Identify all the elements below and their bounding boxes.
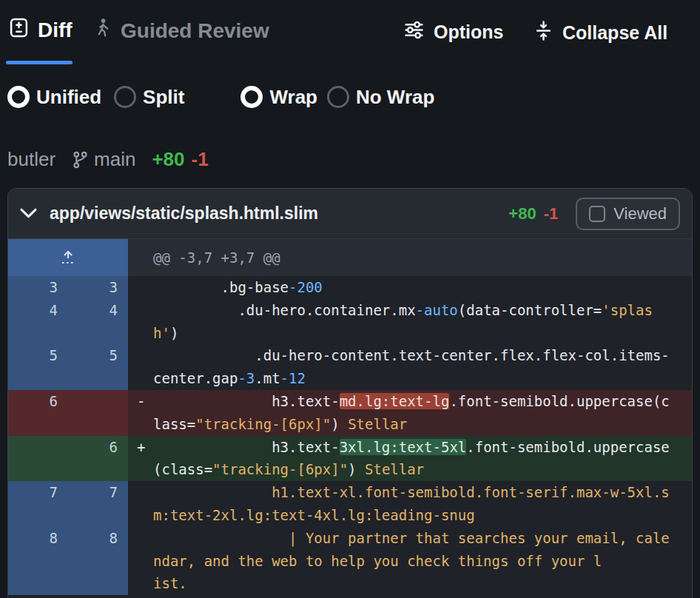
hunk-row: @@ -3,7 +3,7 @@ — [8, 239, 692, 276]
diff-row: 6- h3.text-md.lg:text-lg.font-semibold.u… — [8, 390, 692, 436]
old-line-number[interactable]: 3 — [8, 276, 68, 299]
chevron-down-icon[interactable] — [20, 208, 37, 219]
diff-line-content: .du-hero.container.mx-auto(data-controll… — [128, 299, 692, 345]
old-line-number[interactable]: 5 — [8, 344, 68, 390]
code-token: -200 — [289, 279, 323, 295]
repo-name: butler — [7, 148, 55, 171]
code-token: h' — [153, 325, 170, 341]
active-tab-indicator — [6, 61, 73, 64]
code-token: 3xl.lg:text-5xl — [340, 439, 467, 455]
diff-line-content: .bg-base-200 — [128, 276, 692, 299]
radio-group-no-wrap[interactable]: No Wrap — [327, 86, 434, 109]
code-token: lass= — [153, 416, 195, 432]
branch-bar: butler main +80 -1 — [7, 148, 209, 171]
old-line-number[interactable] — [8, 436, 68, 482]
branch-deletions: -1 — [192, 148, 209, 171]
code-cell: h1.text-xl.font-semibold.font-serif.max-… — [153, 481, 692, 527]
diff-row: 88 | Your partner that searches your ema… — [8, 527, 692, 595]
code-visual-line: (class="tracking-[6px]") Stellar — [153, 458, 692, 481]
diff-line-content: .du-hero-content.text-center.flex.flex-c… — [128, 344, 692, 390]
sliders-icon — [404, 21, 424, 44]
code-token: ist. — [153, 575, 187, 591]
code-token: "tracking-[6px]" — [195, 416, 331, 432]
diff-line-content: | Your partner that searches your email,… — [128, 527, 692, 595]
code-visual-line: @@ -3,7 +3,7 @@ — [153, 239, 692, 276]
unified-label: Unified — [36, 86, 101, 109]
old-line-number[interactable]: 4 — [8, 299, 68, 345]
diff-marker — [128, 481, 153, 527]
code-visual-line: h1.text-xl.font-semibold.font-serif.max-… — [153, 481, 692, 504]
options-label: Options — [434, 21, 503, 43]
code-cell: @@ -3,7 +3,7 @@ — [153, 239, 692, 276]
radio-group-split[interactable]: Split — [114, 86, 184, 109]
code-token: center.gap — [153, 370, 238, 386]
code-token: h3.text- — [153, 393, 340, 409]
new-line-number[interactable] — [68, 390, 128, 436]
diff-table: @@ -3,7 +3,7 @@33 .bg-base-20044 .du-her… — [8, 239, 692, 595]
new-line-number[interactable]: 6 — [68, 436, 128, 482]
new-line-number[interactable]: 8 — [68, 527, 128, 595]
options-button[interactable]: Options — [404, 21, 503, 44]
line-number-gutter: 77 — [8, 481, 128, 527]
no-wrap-label: No Wrap — [356, 86, 434, 109]
no-wrap-radio[interactable] — [327, 86, 349, 108]
collapse-all-label: Collapse All — [562, 22, 667, 44]
code-cell: .du-hero-content.text-center.flex.flex-c… — [153, 344, 692, 390]
radio-group-wrap[interactable]: Wrap — [240, 86, 317, 109]
old-line-number[interactable]: 7 — [8, 481, 68, 527]
code-visual-line: .du-hero.container.mx-auto(data-controll… — [153, 299, 692, 322]
collapse-vertical-icon — [534, 21, 553, 45]
git-branch-icon — [72, 150, 89, 169]
line-number-gutter: 33 — [8, 276, 128, 299]
tab-diff[interactable]: Diff — [9, 18, 73, 43]
branch-additions: +80 — [152, 148, 184, 171]
code-token: h3.text- — [153, 439, 340, 455]
line-number-gutter: 6 — [8, 436, 128, 482]
file-diff-card: app/views/static/splash.html.slim +80 -1… — [7, 188, 693, 598]
code-token: ) — [170, 325, 178, 341]
expand-up-icon[interactable] — [59, 249, 77, 266]
code-token: 'splas — [602, 302, 653, 318]
code-visual-line: .bg-base-200 — [153, 276, 692, 299]
new-line-number[interactable]: 4 — [68, 299, 128, 345]
code-token: ) — [331, 416, 339, 432]
radio-group-unified[interactable]: Unified — [7, 86, 101, 109]
unified-radio[interactable] — [7, 86, 30, 108]
viewed-label: Viewed — [613, 204, 667, 224]
new-line-number[interactable]: 7 — [68, 481, 128, 527]
split-radio[interactable] — [114, 86, 136, 108]
new-line-number[interactable]: 3 — [68, 276, 128, 299]
file-header[interactable]: app/views/static/splash.html.slim +80 -1… — [8, 189, 692, 239]
diff-line-content: h1.text-xl.font-semibold.font-serif.max-… — [128, 481, 692, 527]
wrap-radio[interactable] — [240, 86, 263, 108]
diff-line-content: + h3.text-3xl.lg:text-5xl.font-semibold.… — [128, 436, 692, 482]
diff-marker — [128, 239, 153, 276]
code-token: .bg-base — [153, 279, 289, 295]
code-token: -auto — [416, 302, 458, 318]
new-line-number[interactable]: 5 — [68, 344, 128, 390]
diff-marker: + — [128, 436, 153, 482]
code-token: .font-semibold.uppercase — [466, 439, 670, 455]
split-label: Split — [143, 86, 184, 109]
diff-row: 6+ h3.text-3xl.lg:text-5xl.font-semibold… — [8, 436, 692, 482]
code-visual-line: | Your partner that searches your email,… — [153, 527, 692, 550]
viewed-button[interactable]: Viewed — [576, 198, 680, 230]
old-line-number[interactable]: 6 — [8, 390, 68, 436]
line-number-gutter: 6 — [8, 390, 128, 436]
code-token: .font-semibold.uppercase(c — [449, 393, 669, 409]
file-additions: +80 — [508, 204, 536, 224]
code-cell: .bg-base-200 — [153, 276, 692, 299]
diff-marker — [128, 527, 153, 595]
view-options-bar: Unified Split Wrap No Wrap — [7, 84, 434, 110]
code-token: (data-controller= — [458, 302, 602, 318]
old-line-number[interactable]: 8 — [8, 527, 68, 595]
line-number-gutter: 55 — [8, 344, 128, 390]
tab-guided-review[interactable]: Guided Review — [93, 18, 269, 44]
code-visual-line: center.gap-3.mt-12 — [153, 367, 692, 390]
diff-marker — [128, 276, 153, 299]
collapse-all-button[interactable]: Collapse All — [534, 21, 667, 45]
branch-name: main — [94, 148, 135, 171]
code-token: ) — [348, 461, 356, 477]
viewed-checkbox[interactable] — [589, 206, 605, 222]
walking-person-icon — [93, 18, 112, 44]
